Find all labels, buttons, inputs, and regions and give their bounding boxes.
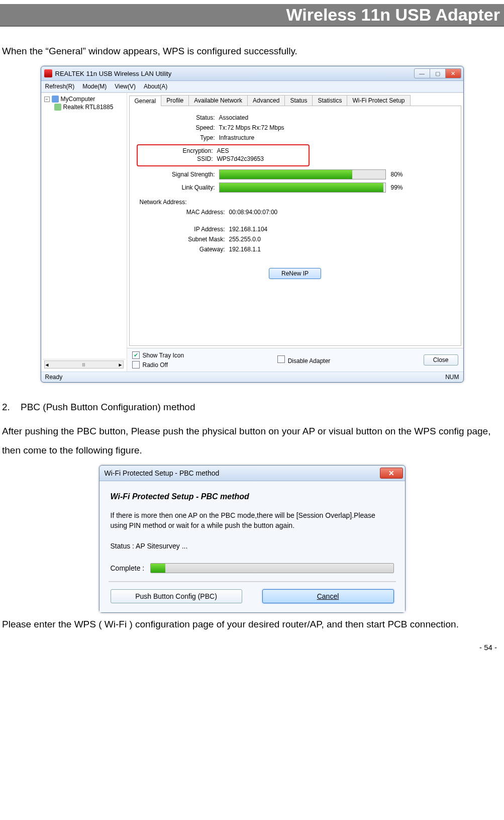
tab-body-general: Status:Associated Speed:Tx:72 Mbps Rx:72…: [129, 106, 461, 346]
app-icon: [44, 69, 52, 77]
utility-window: REALTEK 11n USB Wireless LAN Utility — ▢…: [41, 66, 464, 383]
speed-value: Tx:72 Mbps Rx:72 Mbps: [219, 124, 284, 131]
page-header-title: Wireless 11n USB Adapter: [286, 5, 500, 24]
speed-label: Speed:: [140, 124, 215, 131]
link-quality-percent: 99%: [391, 184, 403, 191]
titlebar[interactable]: REALTEK 11n USB Wireless LAN Utility — ▢…: [41, 66, 463, 81]
gateway-value: 192.168.1.1: [229, 246, 261, 253]
maximize-button[interactable]: ▢: [430, 68, 446, 78]
dialog-title: Wi-Fi Protected Setup - PBC method: [105, 469, 380, 477]
dialog-heading: Wi-Fi Protected Setup - PBC method: [111, 492, 394, 501]
section2: 2. PBC (Push Button Configuration) metho…: [2, 398, 502, 417]
link-quality-label: Link Quality:: [140, 184, 215, 191]
menu-about[interactable]: About(A): [144, 83, 167, 90]
mask-label: Subnet Mask:: [140, 236, 225, 243]
highlight-box: Encryption:AES SSID:WPS7d42c39653: [137, 144, 310, 166]
tree-root-label: MyComputer: [61, 96, 95, 103]
dialog-titlebar[interactable]: Wi-Fi Protected Setup - PBC method ✕: [99, 466, 405, 481]
dialog-body: If there is more then one AP on the PBC …: [111, 510, 394, 531]
radio-off-checkbox[interactable]: [132, 361, 140, 369]
close-app-button[interactable]: Close: [424, 354, 458, 366]
menu-view[interactable]: View(V): [115, 83, 136, 90]
encryption-value: AES: [217, 147, 229, 154]
complete-label: Complete :: [111, 564, 145, 572]
outro-paragraph: Please enter the WPS ( Wi-Fi ) configura…: [2, 615, 502, 634]
menu-refresh[interactable]: Refresh(R): [45, 83, 75, 90]
device-tree: − MyComputer Realtek RTL81885 ◄Ⅲ►: [41, 93, 127, 372]
mac-label: MAC Address:: [140, 209, 225, 216]
window-title: REALTEK 11n USB Wireless LAN Utility: [55, 70, 414, 77]
tree-child[interactable]: Realtek RTL81885: [42, 103, 126, 111]
tab-statistics[interactable]: Statistics: [312, 95, 347, 106]
ssid-value: WPS7d42c39653: [217, 155, 264, 162]
status-ready: Ready: [45, 374, 63, 381]
status-num: NUM: [445, 374, 459, 381]
network-address-header: Network Address:: [140, 199, 451, 206]
page-number: - 54 -: [0, 639, 504, 652]
type-value: Infrastructure: [219, 134, 255, 141]
menu-mode[interactable]: Mode(M): [82, 83, 107, 90]
pbc-button[interactable]: Push Button Config (PBC): [111, 589, 242, 603]
tab-strip: General Profile Available Network Advanc…: [129, 95, 461, 106]
tab-profile[interactable]: Profile: [161, 95, 189, 106]
adapter-icon: [54, 104, 61, 111]
encryption-label: Encryption:: [138, 147, 213, 154]
ip-label: IP Address:: [140, 226, 225, 233]
mac-value: 00:08:94:00:07:00: [229, 209, 278, 216]
dialog-status: Status : AP Sitesurvey ...: [111, 542, 394, 550]
status-bar: Ready NUM: [41, 372, 463, 382]
ssid-label: SSID:: [138, 155, 213, 162]
disable-adapter-label: Disable Adapter: [288, 357, 331, 365]
radio-off-label: Radio Off: [143, 361, 168, 369]
link-quality-bar: [219, 183, 386, 193]
tree-child-label: Realtek RTL81885: [63, 104, 114, 111]
gateway-label: Gateway:: [140, 246, 225, 253]
status-value: Associated: [219, 114, 249, 121]
page-header-band: Wireless 11n USB Adapter: [0, 4, 504, 27]
progress-bar: [150, 563, 393, 573]
bottom-bar: ✔Show Tray Icon Radio Off Disable Adapte…: [127, 348, 463, 372]
tab-available-network[interactable]: Available Network: [188, 95, 248, 106]
status-label: Status:: [140, 114, 215, 121]
renew-ip-button[interactable]: ReNew IP: [269, 268, 321, 279]
tab-status[interactable]: Status: [284, 95, 313, 106]
show-tray-label: Show Tray Icon: [143, 352, 184, 359]
type-label: Type:: [140, 134, 215, 141]
dialog-separator: [109, 581, 396, 582]
section2-number: 2.: [2, 402, 10, 412]
pbc-dialog: Wi-Fi Protected Setup - PBC method ✕ Wi-…: [99, 465, 406, 613]
collapse-icon[interactable]: −: [44, 97, 50, 102]
computer-icon: [52, 96, 59, 103]
mask-value: 255.255.0.0: [229, 236, 261, 243]
disable-adapter-checkbox[interactable]: [277, 355, 285, 363]
tab-wps[interactable]: Wi-Fi Protect Setup: [347, 95, 410, 106]
signal-percent: 80%: [391, 171, 403, 178]
cancel-button[interactable]: Cancel: [262, 589, 394, 603]
menu-bar: Refresh(R) Mode(M) View(V) About(A): [41, 81, 463, 93]
close-button[interactable]: ✕: [446, 68, 461, 78]
tab-advanced[interactable]: Advanced: [247, 95, 285, 106]
signal-label: Signal Strength:: [140, 171, 215, 178]
section2-paragraph: After pushing the PBC button, Please pus…: [2, 422, 502, 460]
show-tray-checkbox[interactable]: ✔: [132, 351, 140, 359]
tree-scrollbar[interactable]: ◄Ⅲ►: [42, 359, 126, 370]
tree-root[interactable]: − MyComputer: [42, 95, 126, 103]
ip-value: 192.168.1.104: [229, 226, 268, 233]
signal-bar: [219, 169, 386, 179]
section2-title: PBC (Push Button Configuration) method: [21, 402, 195, 412]
intro-paragraph: When the “General” window appears, WPS i…: [2, 42, 502, 61]
tab-general[interactable]: General: [129, 96, 162, 106]
minimize-button[interactable]: —: [414, 68, 430, 78]
dialog-close-button[interactable]: ✕: [380, 468, 403, 479]
